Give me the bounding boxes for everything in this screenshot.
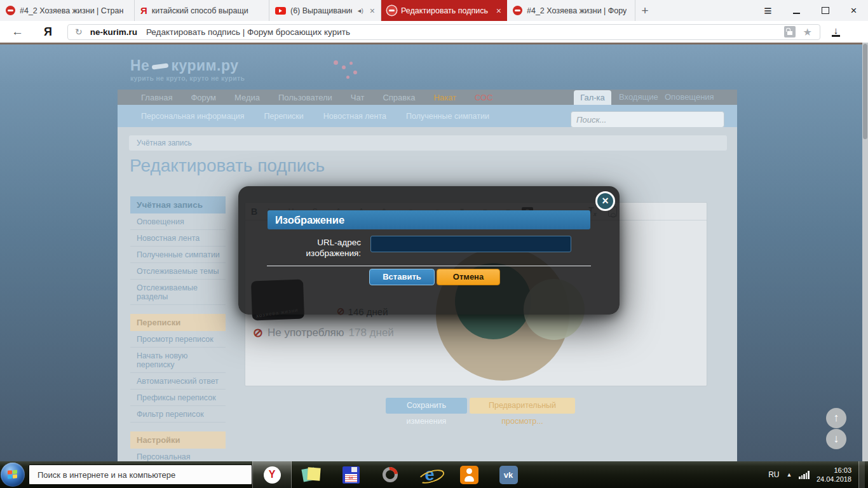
show-desktop-button[interactable] xyxy=(858,461,865,488)
unlock-icon[interactable] xyxy=(784,26,796,37)
sidebar-item-avtomaticheskiy-otvet[interactable]: Автоматический ответ xyxy=(130,373,226,390)
tab-kitaysky-sposob[interactable]: Я китайский способ выращи xyxy=(135,0,269,21)
clock[interactable]: 16:03 24.04.2018 xyxy=(817,466,851,484)
subnav-simpatii[interactable]: Полученные симпатии xyxy=(406,112,489,121)
breadcrumb[interactable]: Учётная запись xyxy=(129,135,727,151)
start-button[interactable] xyxy=(1,463,25,487)
sidebar-item-otslezhivaemye-temy[interactable]: Отслеживаемые темы xyxy=(130,263,226,280)
floppy-label: 64 xyxy=(345,474,357,482)
signature-status-line: ⊘ Не употребляю 178 дней xyxy=(253,325,394,340)
taskbar-app-internet-explorer[interactable]: e xyxy=(410,461,449,488)
sidebar-item-opovescheniya[interactable]: Оповещения xyxy=(130,214,226,230)
tab-close-icon[interactable]: × xyxy=(367,6,375,16)
taskbar-app-save-tool[interactable]: 64 xyxy=(331,461,370,488)
sidebar-header-nastroyki[interactable]: Настройки xyxy=(130,431,226,449)
hidden-icons-arrow[interactable]: ▲ xyxy=(787,471,792,478)
nav-polzovateli[interactable]: Пользователи xyxy=(278,93,332,102)
tab-youtube-video[interactable]: (6) Выращивание УРО ◄) × xyxy=(269,0,381,21)
no-smoking-icon: ⊘ xyxy=(253,325,263,340)
language-indicator[interactable]: RU xyxy=(768,470,779,479)
sidebar-item-personalnaya-informaciya[interactable]: Персональная информация xyxy=(130,449,226,461)
flower-decoration xyxy=(334,60,338,65)
tab-hozyaeva-2[interactable]: #4_2 Хозяева жизни | Фору xyxy=(507,0,635,21)
sidebar-header-perepiski[interactable]: Переписки xyxy=(130,314,226,331)
page-scrollbar[interactable] xyxy=(862,43,868,461)
site-logo[interactable]: Некурим.ру курить не круто, круто не кур… xyxy=(130,58,245,82)
tab-title: (6) Выращивание УРО xyxy=(290,6,352,15)
cancel-button[interactable]: Отмена xyxy=(437,269,500,285)
vk-icon: vk xyxy=(499,466,518,484)
scroll-to-bottom-button[interactable]: ↓ xyxy=(826,429,846,449)
sidebar-item-novostnaya-lenta[interactable]: Новостная лента xyxy=(130,230,226,247)
new-tab-button[interactable]: + xyxy=(635,0,654,21)
scroll-to-top-button[interactable]: ↑ xyxy=(826,408,846,428)
flower-decoration xyxy=(349,62,353,65)
system-tray: RU ▲ 16:03 24.04.2018 xyxy=(768,461,868,488)
taskbar-app-sticky-notes[interactable] xyxy=(292,461,331,488)
restore-button[interactable] xyxy=(811,0,839,21)
nav-spravka[interactable]: Справка xyxy=(383,93,415,102)
nav-forum[interactable]: Форум xyxy=(191,93,216,102)
sidebar-header-account[interactable]: Учётная запись xyxy=(130,196,226,214)
usertab-galka[interactable]: Гал-ка xyxy=(574,90,611,105)
sidebar-item-prosmotr-perepisok[interactable]: Просмотр переписок xyxy=(130,331,226,348)
nav-chat[interactable]: Чат xyxy=(351,93,365,102)
usertab-opovescheniya[interactable]: Оповещения xyxy=(665,92,714,102)
minimize-button[interactable] xyxy=(782,0,811,21)
sidebar-gap xyxy=(130,305,226,314)
bookmark-star-icon[interactable]: ★ xyxy=(803,26,812,38)
subnav-novostnaya-lenta[interactable]: Новостная лента xyxy=(323,112,386,121)
url-field[interactable]: ↻ ne-kurim.ru Редактировать подпись | Фо… xyxy=(67,24,820,40)
save-changes-button[interactable]: Сохранить изменения xyxy=(386,398,467,414)
cigarette-swoosh-icon xyxy=(152,63,169,70)
sidebar-item-simpatii[interactable]: Полученные симпатии xyxy=(130,247,226,263)
minimize-icon xyxy=(793,13,800,14)
url-label-line2: изображения: xyxy=(268,248,361,259)
taskbar-search-input[interactable] xyxy=(29,464,252,485)
close-window-button[interactable]: × xyxy=(839,0,868,21)
logo-part2: курим.ру xyxy=(171,57,238,74)
network-signal-icon[interactable] xyxy=(799,471,810,479)
tab-hozyaeva-1[interactable]: #4_2 Хозяева жизни | Стран xyxy=(0,0,135,21)
tab-edit-signature-active[interactable]: Редактировать подпись × xyxy=(381,0,507,21)
image-url-input[interactable] xyxy=(370,236,571,252)
nav-glavnaya[interactable]: Главная xyxy=(141,93,172,102)
sidebar-gap xyxy=(130,423,226,431)
preview-button[interactable]: Предварительный просмотр... xyxy=(470,398,575,414)
windows-logo-icon xyxy=(8,470,18,479)
usertab-vhodyaschie[interactable]: Входящие xyxy=(619,92,658,102)
dialog-close-button[interactable]: × xyxy=(595,191,615,211)
reload-icon[interactable]: ↻ xyxy=(75,27,83,37)
back-button[interactable]: ← xyxy=(11,25,24,39)
browser-menu-icon[interactable]: ≡ xyxy=(754,0,782,21)
download-button[interactable]: ↓ xyxy=(832,27,840,37)
tab-title: #4_2 Хозяева жизни | Стран xyxy=(20,6,123,15)
nav-sos[interactable]: СОС xyxy=(475,93,493,102)
taskbar-app-yandex-browser[interactable]: Y xyxy=(252,461,292,488)
image-dialog: × Изображение URL-адрес изображения: Вст… xyxy=(238,186,620,315)
tab-close-icon[interactable]: × xyxy=(494,6,501,16)
audio-speaker-icon: ◄) xyxy=(356,8,363,14)
site-search-input[interactable] xyxy=(571,111,724,128)
window-controls: ≡ × xyxy=(754,0,868,21)
subnav-perepiski[interactable]: Переписки xyxy=(264,112,304,121)
insert-button[interactable]: Вставить xyxy=(369,269,435,285)
sidebar-item-filtr[interactable]: Фильтр переписок xyxy=(130,406,226,423)
sidebar-item-nachat-perepisku[interactable]: Начать новую переписку xyxy=(130,348,226,373)
taskbar: Y 64 e vk RU ▲ 16:03 24.04.2018 xyxy=(0,461,868,488)
yandex-logo[interactable]: Я xyxy=(44,25,52,39)
sidebar-item-otslezhivaemye-razdely[interactable]: Отслеживаемые разделы xyxy=(130,280,226,305)
page-title: Редактировать подпись xyxy=(130,156,325,176)
sidebar-item-prefiksy[interactable]: Префиксы переписок xyxy=(130,390,226,406)
subnav-personal-info[interactable]: Персональная информация xyxy=(141,112,245,121)
scrollbar-thumb[interactable] xyxy=(863,44,867,139)
nav-media[interactable]: Медиа xyxy=(234,93,260,102)
taskbar-app-odnoklassniki[interactable] xyxy=(449,461,489,488)
flower-decoration xyxy=(346,76,349,79)
page-top-border xyxy=(0,43,868,44)
taskbar-app-vkontakte[interactable]: vk xyxy=(489,461,528,488)
nav-nakat[interactable]: Накат xyxy=(433,93,456,102)
status-days: 178 дней xyxy=(349,327,394,339)
internet-explorer-icon: e xyxy=(424,466,434,484)
taskbar-app-browser-ring[interactable] xyxy=(370,461,410,488)
